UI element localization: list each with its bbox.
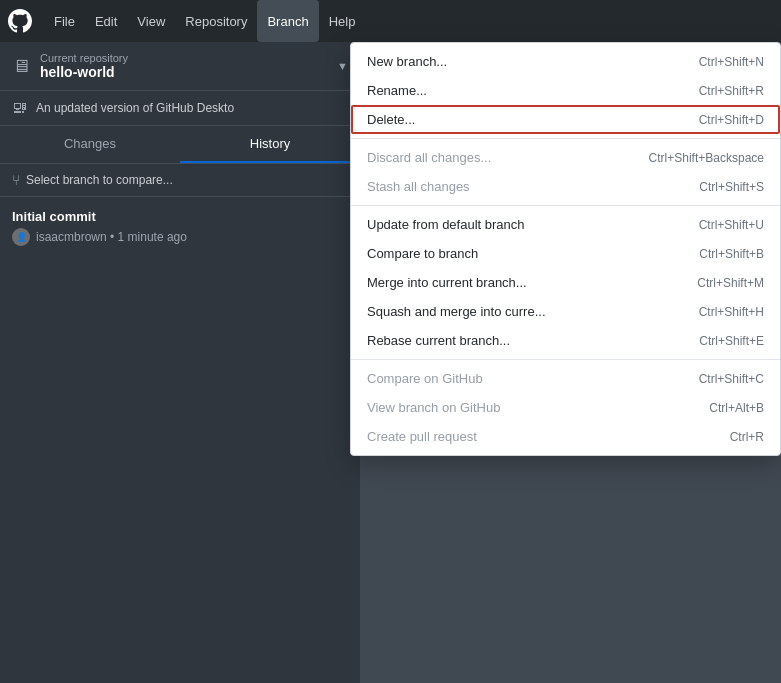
- dropdown-item-merge[interactable]: Merge into current branch... Ctrl+Shift+…: [351, 268, 780, 297]
- menu-item-view[interactable]: View: [127, 0, 175, 42]
- squash-label: Squash and merge into curre...: [367, 304, 546, 319]
- separator-2: [351, 205, 780, 206]
- update-shortcut: Ctrl+Shift+U: [699, 218, 764, 232]
- discard-shortcut: Ctrl+Shift+Backspace: [649, 151, 764, 165]
- compare-shortcut: Ctrl+Shift+B: [699, 247, 764, 261]
- dropdown-item-pull-request: Create pull request Ctrl+R: [351, 422, 780, 451]
- delete-shortcut: Ctrl+Shift+D: [699, 113, 764, 127]
- update-label: Update from default branch: [367, 217, 525, 232]
- commit-list: Initial commit 👤 isaacmbrown • 1 minute …: [0, 197, 360, 258]
- monitor-icon: 🖥: [12, 56, 30, 77]
- tab-history[interactable]: History: [180, 126, 360, 163]
- pull-request-shortcut: Ctrl+R: [730, 430, 764, 444]
- merge-label: Merge into current branch...: [367, 275, 527, 290]
- avatar: 👤: [12, 228, 30, 246]
- dropdown-item-update[interactable]: Update from default branch Ctrl+Shift+U: [351, 210, 780, 239]
- menu-item-branch[interactable]: Branch: [257, 0, 318, 42]
- stash-label: Stash all changes: [367, 179, 470, 194]
- menu-item-file[interactable]: File: [44, 0, 85, 42]
- repo-selector[interactable]: 🖥 Current repository hello-world ▼: [0, 42, 360, 91]
- repo-label: Current repository: [40, 52, 337, 64]
- repo-info: Current repository hello-world: [40, 52, 337, 80]
- dropdown-item-new-branch[interactable]: New branch... Ctrl+Shift+N: [351, 47, 780, 76]
- dropdown-item-compare-github: Compare on GitHub Ctrl+Shift+C: [351, 364, 780, 393]
- commit-time: 1 minute ago: [118, 230, 187, 244]
- dropdown-item-stash: Stash all changes Ctrl+Shift+S: [351, 172, 780, 201]
- compare-github-label: Compare on GitHub: [367, 371, 483, 386]
- compare-github-shortcut: Ctrl+Shift+C: [699, 372, 764, 386]
- commit-separator: •: [107, 230, 118, 244]
- menu-item-help[interactable]: Help: [319, 0, 366, 42]
- update-icon: 🖳: [12, 99, 28, 117]
- dropdown-item-squash[interactable]: Squash and merge into curre... Ctrl+Shif…: [351, 297, 780, 326]
- new-branch-shortcut: Ctrl+Shift+N: [699, 55, 764, 69]
- discard-label: Discard all changes...: [367, 150, 491, 165]
- new-branch-label: New branch...: [367, 54, 447, 69]
- rename-label: Rename...: [367, 83, 427, 98]
- squash-shortcut: Ctrl+Shift+H: [699, 305, 764, 319]
- rebase-shortcut: Ctrl+Shift+E: [699, 334, 764, 348]
- menu-bar: File Edit View Repository Branch Help: [0, 0, 781, 42]
- dropdown-item-rename[interactable]: Rename... Ctrl+Shift+R: [351, 76, 780, 105]
- tab-changes[interactable]: Changes: [0, 126, 180, 163]
- rename-shortcut: Ctrl+Shift+R: [699, 84, 764, 98]
- branch-compare-label: Select branch to compare...: [26, 173, 173, 187]
- branch-icon: ⑂: [12, 172, 20, 188]
- dropdown-item-compare[interactable]: Compare to branch Ctrl+Shift+B: [351, 239, 780, 268]
- menu-item-repository[interactable]: Repository: [175, 0, 257, 42]
- commit-author: isaacmbrown: [36, 230, 107, 244]
- update-text: An updated version of GitHub Deskto: [36, 101, 234, 115]
- dropdown-item-view-github: View branch on GitHub Ctrl+Alt+B: [351, 393, 780, 422]
- commit-title: Initial commit: [12, 209, 348, 224]
- view-github-label: View branch on GitHub: [367, 400, 500, 415]
- repo-name: hello-world: [40, 64, 337, 80]
- dropdown-item-delete[interactable]: Delete... Ctrl+Shift+D: [351, 105, 780, 134]
- menu-item-edit[interactable]: Edit: [85, 0, 127, 42]
- separator-3: [351, 359, 780, 360]
- chevron-down-icon: ▼: [337, 60, 348, 72]
- merge-shortcut: Ctrl+Shift+M: [697, 276, 764, 290]
- view-github-shortcut: Ctrl+Alt+B: [709, 401, 764, 415]
- tabs: Changes History: [0, 126, 360, 164]
- commit-meta: 👤 isaacmbrown • 1 minute ago: [12, 228, 348, 246]
- delete-label: Delete...: [367, 112, 415, 127]
- github-icon: [8, 9, 32, 33]
- app-body: 🖥 Current repository hello-world ▼ 🖳 An …: [0, 42, 781, 683]
- dropdown-item-rebase[interactable]: Rebase current branch... Ctrl+Shift+E: [351, 326, 780, 355]
- update-banner: 🖳 An updated version of GitHub Deskto: [0, 91, 360, 126]
- dropdown-item-discard: Discard all changes... Ctrl+Shift+Backsp…: [351, 143, 780, 172]
- separator-1: [351, 138, 780, 139]
- branch-compare-selector[interactable]: ⑂ Select branch to compare...: [0, 164, 360, 197]
- sidebar: 🖥 Current repository hello-world ▼ 🖳 An …: [0, 42, 360, 683]
- stash-shortcut: Ctrl+Shift+S: [699, 180, 764, 194]
- compare-label: Compare to branch: [367, 246, 478, 261]
- branch-dropdown-menu: New branch... Ctrl+Shift+N Rename... Ctr…: [350, 42, 781, 456]
- pull-request-label: Create pull request: [367, 429, 477, 444]
- rebase-label: Rebase current branch...: [367, 333, 510, 348]
